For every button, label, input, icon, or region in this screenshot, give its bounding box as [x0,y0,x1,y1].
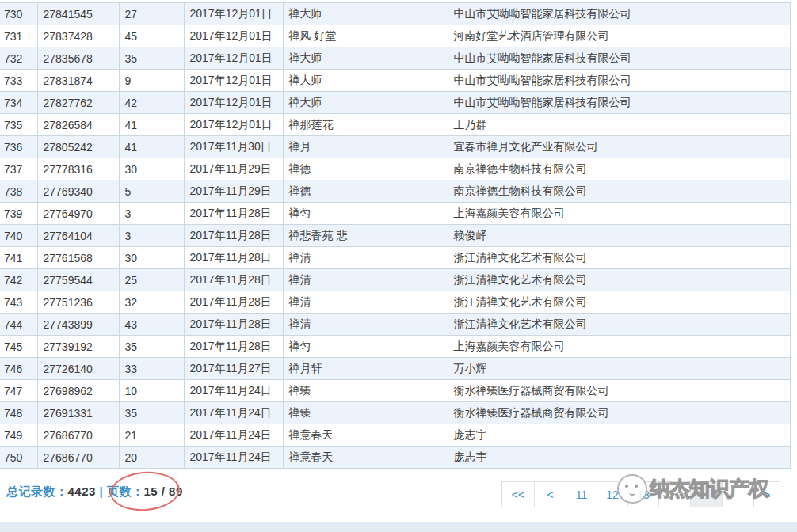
trademark-name-link[interactable]: 禅匀 [283,336,448,358]
applicant-name: 宜春市禅月文化产业有限公司 [448,136,791,158]
page-button-11[interactable]: 11 [566,482,597,507]
trademark-records-table: 730 27841545 27 2017年12月01日 禅大师 中山市艾呦呦智能… [0,3,791,469]
trademark-name-link[interactable]: 禅大师 [283,48,448,70]
trademark-name-link[interactable]: 禅月轩 [283,358,448,380]
applicant-name: 南京禅德生物科技有限公司 [448,180,791,203]
class-number: 3 [119,225,184,247]
trademark-name-link[interactable]: 禅那莲花 [283,114,448,136]
table-row: 744 27743899 43 2017年11月28日 禅清 浙江清禅文化艺术有… [0,314,791,336]
class-number: 30 [119,158,184,180]
trademark-name-link[interactable]: 禅清 [283,247,448,269]
page-button-obscured-2[interactable] [690,482,722,507]
trademark-name-link[interactable]: 禅意春天 [283,446,448,469]
table-row: 742 27759544 25 2017年11月28日 禅清 浙江清禅文化艺术有… [0,269,791,291]
application-number-link[interactable]: 27764970 [37,203,119,225]
trademark-name-link[interactable]: 禅月 [283,136,448,158]
row-index: 731 [0,25,37,48]
application-date: 2017年11月24日 [184,446,283,469]
application-date: 2017年11月24日 [184,380,283,402]
application-date: 2017年11月28日 [184,203,283,225]
page-button-13[interactable]: 13 [627,482,658,507]
trademark-name-link[interactable]: 禅意春天 [283,424,448,446]
next-page-button[interactable]: > [753,482,780,507]
application-number-link[interactable]: 27739192 [37,336,119,358]
application-number-link[interactable]: 27835678 [37,48,119,70]
trademark-name-link[interactable]: 禅清 [283,269,448,291]
table-row: 731 27837428 45 2017年12月01日 禅风 好堂 河南好堂艺术… [0,25,791,48]
application-number-link[interactable]: 27686770 [37,446,119,469]
application-number-link[interactable]: 27778316 [37,158,119,180]
class-number: 33 [119,358,184,380]
application-date: 2017年12月01日 [184,25,283,48]
prev-page-button[interactable]: < [534,482,566,507]
row-index: 746 [0,358,37,380]
application-number-link[interactable]: 27691331 [37,402,119,424]
trademark-name-link[interactable]: 禅大师 [283,92,448,114]
class-number: 41 [119,136,184,158]
application-number-link[interactable]: 27764104 [37,225,119,247]
application-number-link[interactable]: 27827762 [37,92,119,114]
page-button-12[interactable]: 12 [597,482,627,507]
trademark-name-link[interactable]: 禅风 好堂 [283,25,448,48]
row-index: 740 [0,225,37,247]
trademark-name-link[interactable]: 禅德 [283,180,448,203]
application-number-link[interactable]: 27831874 [37,70,119,92]
trademark-name-link[interactable]: 禅臻 [283,402,448,424]
page-button-obscured-3[interactable] [722,482,753,507]
row-index: 730 [0,3,37,25]
table-row: 739 27764970 3 2017年11月28日 禅匀 上海嘉颜美容有限公司 [0,203,791,225]
application-number-link[interactable]: 27769340 [37,180,119,203]
application-number-link[interactable]: 27726140 [37,358,119,380]
row-index: 747 [0,380,37,402]
application-number-link[interactable]: 27805242 [37,136,119,158]
application-number-link[interactable]: 27837428 [37,25,119,48]
applicant-name: 南京禅德生物科技有限公司 [448,158,791,180]
trademark-name-link[interactable]: 禅匀 [283,203,448,225]
application-date: 2017年11月30日 [184,136,283,158]
applicant-name: 中山市艾呦呦智能家居科技有限公司 [448,3,791,25]
application-number-link[interactable]: 27743899 [37,314,119,336]
row-index: 738 [0,180,37,203]
trademark-name-link[interactable]: 禅清 [283,291,448,314]
row-index: 750 [0,446,37,469]
application-number-link[interactable]: 27686770 [37,424,119,446]
total-records-label: 总记录数： [6,484,68,498]
application-number-link[interactable]: 27751236 [37,291,119,314]
application-date: 2017年11月29日 [184,180,283,203]
applicant-name: 浙江清禅文化艺术有限公司 [448,247,791,269]
page-button-obscured-1[interactable] [658,482,690,507]
class-number: 32 [119,291,184,314]
application-number-link[interactable]: 27698962 [37,380,119,402]
row-index: 742 [0,269,37,291]
table-row: 738 27769340 5 2017年11月29日 禅德 南京禅德生物科技有限… [0,180,791,203]
application-date: 2017年11月28日 [184,247,283,269]
row-index: 743 [0,291,37,314]
table-row: 736 27805242 41 2017年11月30日 禅月 宜春市禅月文化产业… [0,136,791,158]
application-date: 2017年12月01日 [184,92,283,114]
table-row: 750 27686770 20 2017年11月24日 禅意春天 庞志宇 [0,446,791,469]
application-number-link[interactable]: 27759544 [37,269,119,291]
trademark-name-link[interactable]: 禅大师 [283,70,448,92]
applicant-name: 王乃群 [448,114,791,136]
table-row: 740 27764104 3 2017年11月28日 禅悲香苑 悲 赖俊峄 [0,225,791,247]
trademark-name-link[interactable]: 禅悲香苑 悲 [283,225,448,247]
application-date: 2017年12月01日 [184,114,283,136]
table-row: 749 27686770 21 2017年11月24日 禅意春天 庞志宇 [0,424,791,446]
row-index: 749 [0,424,37,446]
trademark-name-link[interactable]: 禅臻 [283,380,448,402]
table-row: 743 27751236 32 2017年11月28日 禅清 浙江清禅文化艺术有… [0,291,791,314]
applicant-name: 中山市艾呦呦智能家居科技有限公司 [448,70,791,92]
application-number-link[interactable]: 27826584 [37,114,119,136]
table-row: 745 27739192 35 2017年11月28日 禅匀 上海嘉颜美容有限公… [0,336,791,358]
trademark-name-link[interactable]: 禅德 [283,158,448,180]
application-number-link[interactable]: 27761568 [37,247,119,269]
trademark-name-link[interactable]: 禅清 [283,314,448,336]
application-number-link[interactable]: 27841545 [37,3,119,25]
table-row: 733 27831874 9 2017年12月01日 禅大师 中山市艾呦呦智能家… [0,70,791,92]
trademark-name-link[interactable]: 禅大师 [283,3,448,25]
table-row: 748 27691331 35 2017年11月24日 禅臻 衡水禅臻医疗器械商… [0,402,791,424]
class-number: 30 [119,247,184,269]
class-number: 27 [119,3,184,25]
application-date: 2017年11月28日 [184,269,283,291]
first-page-button[interactable]: << [502,482,534,507]
